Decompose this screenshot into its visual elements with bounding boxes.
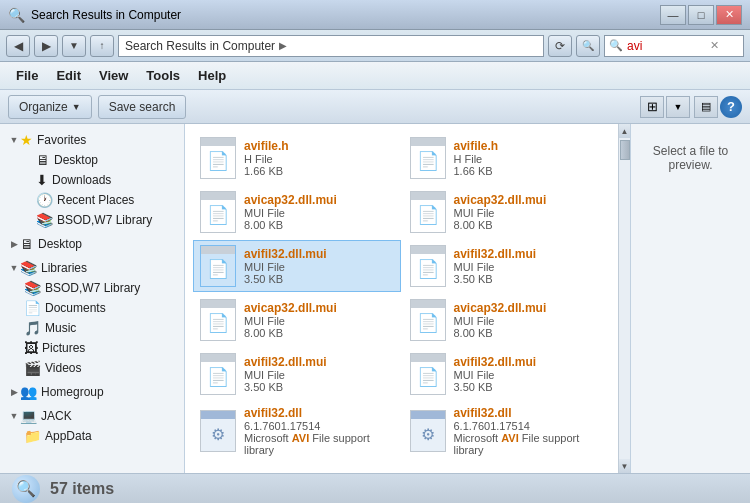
- sidebar-item-downloads[interactable]: ⬇ Downloads: [0, 170, 184, 190]
- desktop-root-icon: 🖥: [20, 236, 34, 252]
- address-arrow: ▶: [279, 40, 287, 51]
- menu-edit[interactable]: Edit: [48, 65, 89, 86]
- file-item[interactable]: 📄 avicap32.dll.mui MUI File 8.00 KB: [193, 294, 401, 346]
- sidebar-item-videos[interactable]: 🎬 Videos: [0, 358, 184, 378]
- file-name: avifile.h: [244, 139, 289, 153]
- file-type: H File: [244, 153, 289, 165]
- file-type-icon: 📄: [417, 204, 439, 226]
- search-clear-button[interactable]: ✕: [707, 39, 722, 52]
- file-item[interactable]: 📄 avicap32.dll.mui MUI File 8.00 KB: [403, 294, 611, 346]
- file-info: avifile.h H File 1.66 KB: [244, 139, 289, 177]
- sidebar-item-bsod-library[interactable]: 📚 BSOD,W7 Library: [0, 210, 184, 230]
- file-info: avifil32.dll.mui MUI File 3.50 KB: [454, 355, 537, 393]
- search-input[interactable]: [627, 39, 707, 53]
- thumb-bar: [411, 300, 445, 308]
- maximize-button[interactable]: □: [688, 5, 714, 25]
- recent-label: Recent Places: [57, 193, 134, 207]
- help-button[interactable]: ?: [720, 96, 742, 118]
- file-type-icon: 📄: [207, 150, 229, 172]
- file-name: avicap32.dll.mui: [244, 193, 337, 207]
- scroll-up-button[interactable]: ▲: [619, 124, 630, 138]
- thumb-bar: [201, 246, 235, 254]
- file-size: 8.00 KB: [454, 327, 547, 339]
- file-item[interactable]: 📄 avifile.h H File 1.66 KB: [403, 132, 611, 184]
- file-size: 8.00 KB: [244, 327, 337, 339]
- address-path[interactable]: Search Results in Computer ▶: [118, 35, 544, 57]
- file-item[interactable]: 📄 avicap32.dll.mui MUI File 8.00 KB: [193, 186, 401, 238]
- history-dropdown-button[interactable]: ▼: [62, 35, 86, 57]
- view-list-button[interactable]: ▤: [694, 96, 718, 118]
- expand-icon: ▼: [8, 263, 20, 273]
- file-type-icon: ⚙: [211, 425, 225, 444]
- file-thumbnail: 📄: [410, 299, 446, 341]
- desktop-root-label: Desktop: [38, 237, 82, 251]
- organize-button[interactable]: Organize ▼: [8, 95, 92, 119]
- favorites-label: Favorites: [37, 133, 86, 147]
- forward-button[interactable]: ▶: [34, 35, 58, 57]
- file-item[interactable]: 📄 avifile.h H File 1.66 KB: [193, 132, 401, 184]
- refresh-button[interactable]: ⟳: [548, 35, 572, 57]
- bsod-lib-icon: 📚: [24, 280, 41, 296]
- file-item-selected[interactable]: 📄 avifil32.dll.mui MUI File 3.50 KB: [193, 240, 401, 292]
- menu-help[interactable]: Help: [190, 65, 234, 86]
- search-button[interactable]: 🔍: [576, 35, 600, 57]
- sidebar-item-desktop[interactable]: 🖥 Desktop: [0, 150, 184, 170]
- scroll-thumb[interactable]: [620, 140, 630, 160]
- downloads-label: Downloads: [52, 173, 111, 187]
- file-item[interactable]: 📄 avifil32.dll.mui MUI File 3.50 KB: [403, 240, 611, 292]
- homegroup-icon: 👥: [20, 384, 37, 400]
- file-size: Microsoft AVI File support library: [244, 432, 394, 456]
- minimize-button[interactable]: —: [660, 5, 686, 25]
- file-thumbnail: ⚙: [410, 410, 446, 452]
- sidebar-item-appdata[interactable]: 📁 AppData: [0, 426, 184, 446]
- file-size: 3.50 KB: [244, 273, 327, 285]
- expand-icon: ▶: [8, 239, 20, 249]
- view-dropdown-button[interactable]: ▼: [666, 96, 690, 118]
- file-item[interactable]: 📄 avicap32.dll.mui MUI File 8.00 KB: [403, 186, 611, 238]
- file-item[interactable]: 📄 avifil32.dll.mui MUI File 3.50 KB: [403, 348, 611, 400]
- sidebar-item-pictures[interactable]: 🖼 Pictures: [0, 338, 184, 358]
- file-item[interactable]: 📄 avifil32.dll.mui MUI File 3.50 KB: [193, 348, 401, 400]
- menu-view[interactable]: View: [91, 65, 136, 86]
- file-name: avicap32.dll.mui: [454, 301, 547, 315]
- status-search-icon: 🔍: [12, 475, 40, 503]
- file-type: MUI File: [244, 315, 337, 327]
- save-search-button[interactable]: Save search: [98, 95, 187, 119]
- sidebar-item-favorites[interactable]: ▼ ★ Favorites: [0, 130, 184, 150]
- back-button[interactable]: ◀: [6, 35, 30, 57]
- sidebar-item-documents[interactable]: 📄 Documents: [0, 298, 184, 318]
- sidebar-item-desktop-root[interactable]: ▶ 🖥 Desktop: [0, 234, 184, 254]
- view-icons-button[interactable]: ⊞: [640, 96, 664, 118]
- thumb-bar: [201, 300, 235, 308]
- jack-section: ▼ 💻 JACK 📁 AppData: [0, 404, 184, 448]
- file-info: avifile.h H File 1.66 KB: [454, 139, 499, 177]
- file-size: 8.00 KB: [454, 219, 547, 231]
- file-item[interactable]: ⚙ avifil32.dll 6.1.7601.17514 Microsoft …: [193, 402, 401, 460]
- title-bar-controls: — □ ✕: [660, 5, 742, 25]
- sidebar-item-homegroup[interactable]: ▶ 👥 Homegroup: [0, 382, 184, 402]
- menu-file[interactable]: File: [8, 65, 46, 86]
- sidebar-item-recent-places[interactable]: 🕐 Recent Places: [0, 190, 184, 210]
- files-area: 📄 avifile.h H File 1.66 KB 📄 avifile.h H…: [185, 124, 630, 473]
- menu-tools[interactable]: Tools: [138, 65, 188, 86]
- address-text: Search Results in Computer: [125, 39, 275, 53]
- sidebar-item-jack[interactable]: ▼ 💻 JACK: [0, 406, 184, 426]
- file-thumbnail: 📄: [410, 191, 446, 233]
- sidebar-item-music[interactable]: 🎵 Music: [0, 318, 184, 338]
- sidebar-item-bsod-lib[interactable]: 📚 BSOD,W7 Library: [0, 278, 184, 298]
- scroll-down-button[interactable]: ▼: [619, 459, 630, 473]
- close-button[interactable]: ✕: [716, 5, 742, 25]
- search-box[interactable]: 🔍 ✕: [604, 35, 744, 57]
- file-info: avicap32.dll.mui MUI File 8.00 KB: [244, 301, 337, 339]
- documents-label: Documents: [45, 301, 106, 315]
- downloads-icon: ⬇: [36, 172, 48, 188]
- thumb-bar: [411, 138, 445, 146]
- file-info: avifil32.dll.mui MUI File 3.50 KB: [454, 247, 537, 285]
- music-icon: 🎵: [24, 320, 41, 336]
- sidebar-item-libraries[interactable]: ▼ 📚 Libraries: [0, 258, 184, 278]
- expand-icon: ▶: [8, 387, 20, 397]
- file-name: avifil32.dll.mui: [454, 247, 537, 261]
- up-button[interactable]: ↑: [90, 35, 114, 57]
- file-item[interactable]: ⚙ avifil32.dll 6.1.7601.17514 Microsoft …: [403, 402, 611, 460]
- thumb-bar: [201, 354, 235, 362]
